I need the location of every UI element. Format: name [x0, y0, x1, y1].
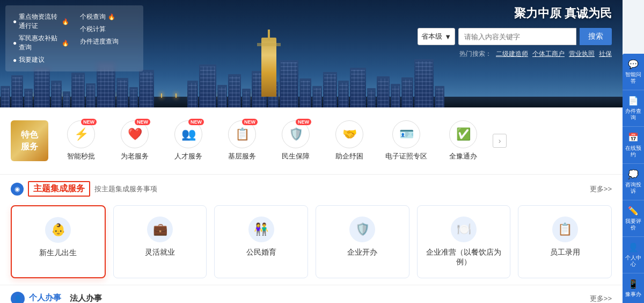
link-text: 我要建议: [19, 55, 45, 64]
service-icon-circle-2: 👥 NEW: [174, 120, 202, 148]
restaurant-icon: 🍽️: [457, 222, 471, 236]
list-item[interactable]: 个税计算: [80, 23, 136, 35]
building: [187, 81, 198, 107]
theme-card-icon-1: 💼: [147, 217, 173, 242]
bullet-icon: ●: [13, 39, 17, 47]
service-badge-0: NEW: [81, 119, 97, 125]
search-button[interactable]: 搜索: [580, 28, 612, 45]
list-item[interactable]: ● 军民惠农补贴查询 🔥: [13, 32, 69, 54]
service-name-6: 电子证照专区: [385, 152, 427, 161]
shield-icon: 🛡️: [355, 222, 370, 236]
service-items-list: ⚡ NEW 智能秒批 ❤️ NEW 为老服务 👥: [57, 116, 612, 165]
building: [51, 81, 62, 107]
bullet-icon: ●: [13, 18, 17, 25]
service-icon-6: 🪪: [399, 127, 414, 141]
service-name-5: 助企纾困: [335, 152, 363, 161]
staff-icon: 📋: [558, 222, 572, 236]
theme-card-5[interactable]: 📋 员工录用: [518, 205, 612, 278]
theme-card-icon-5: 📋: [552, 217, 578, 242]
building: [242, 89, 251, 107]
theme-card-3[interactable]: 🛡️ 企业开办: [316, 205, 409, 278]
service-icon-circle-7: ✅: [449, 120, 477, 148]
sidebar-label-query: 办件查询: [625, 108, 642, 121]
theme-card-2[interactable]: 👫 公民婚育: [214, 205, 308, 278]
scope-label: 省本级: [421, 32, 442, 41]
tab-personal[interactable]: 个人办事: [29, 293, 61, 304]
service-name-3: 基层服务: [228, 152, 256, 161]
theme-card-1[interactable]: 💼 灵活就业: [113, 205, 207, 278]
service-item-6[interactable]: 🪪 电子证照专区: [379, 116, 434, 165]
service-item-5[interactable]: 🤝 助企纾困: [325, 116, 374, 165]
arrow-icon: ›: [499, 136, 501, 145]
search-input[interactable]: [458, 28, 576, 45]
service-badge-2: NEW: [188, 119, 204, 125]
service-icon-0: ⚡: [74, 127, 89, 141]
sidebar-item-app[interactable]: 📱 豫事办: [623, 273, 644, 303]
service-name-0: 智能秒批: [67, 152, 95, 161]
sidebar-label-personal: 个人中心: [625, 255, 642, 268]
service-item-1[interactable]: ❤️ NEW 为老服务: [111, 116, 159, 165]
mobile-icon: 📱: [628, 279, 639, 289]
sidebar-label-appointment: 在线预约: [625, 145, 642, 158]
search-scope-select[interactable]: 省本级 ▼: [418, 28, 455, 45]
service-item-2[interactable]: 👥 NEW 人才服务: [164, 116, 213, 165]
hero-slogan: 聚力中原 真诚为民: [418, 5, 612, 21]
building: [299, 78, 311, 107]
theme-card-name-3: 企业开办: [347, 248, 377, 257]
service-item-7[interactable]: ✅ 全豫通办: [439, 116, 487, 165]
hot-tag-2[interactable]: 营业执照: [569, 49, 595, 59]
building: [199, 64, 216, 107]
tab-legal[interactable]: 法人办事: [70, 293, 102, 304]
sidebar-item-review[interactable]: ✏️ 我要评价: [623, 200, 644, 237]
theme-card-name-1: 灵活就业: [145, 248, 175, 257]
right-sidebar: 💬 智能问答 📄 办件查询 📅 在线预约 💭 咨询投诉 ✏️ 我要评价 👤 个人…: [623, 54, 644, 303]
baby-icon: 👶: [51, 223, 65, 237]
sidebar-item-appointment[interactable]: 📅 在线预约: [623, 127, 644, 163]
list-item[interactable]: ● 重点物资流转通行证 🔥: [13, 11, 69, 32]
featured-label-text: 特色 服务: [21, 130, 38, 151]
service-item-4[interactable]: 🛡️ NEW 民生保障: [272, 116, 320, 165]
sidebar-item-complaint[interactable]: 💭 咨询投诉: [623, 164, 644, 200]
link-text: 军民惠农补贴查询: [19, 34, 59, 52]
building: [217, 85, 227, 107]
service-item-3[interactable]: 📋 NEW 基层服务: [218, 116, 266, 165]
building: [391, 84, 400, 107]
service-badge-3: NEW: [242, 119, 258, 125]
fire-icon: 🔥: [108, 13, 115, 20]
service-name-4: 民生保障: [282, 152, 310, 161]
hot-tag-3[interactable]: 社保: [599, 49, 612, 59]
building: [24, 89, 33, 107]
bottom-more-link[interactable]: 更多>>: [590, 294, 612, 303]
building: [129, 87, 138, 107]
sidebar-item-query[interactable]: 📄 办件查询: [623, 90, 644, 127]
service-icon-1: ❤️: [128, 127, 142, 141]
theme-card-0[interactable]: 👶 新生儿出生: [11, 205, 106, 278]
featured-label: 特色 服务: [11, 120, 48, 162]
sidebar-item-ai-qa[interactable]: 💬 智能问答: [623, 54, 644, 90]
sidebar-item-personal-center[interactable]: 👤 个人中心: [623, 237, 644, 273]
service-icon-circle-3: 📋 NEW: [228, 120, 256, 148]
theme-card-4[interactable]: 🍽️ 企业准营（以餐饮店为例）: [417, 205, 511, 278]
list-item[interactable]: 个税查询 🔥: [80, 11, 136, 23]
theme-card-icon-4: 🍽️: [451, 217, 477, 242]
user-icon: 👤: [628, 242, 639, 252]
theme-services-section: ◉ 主题集成服务 按主题集成服务事项 更多>> 👶 新生儿出生 💼: [0, 175, 623, 285]
fire-icon: 🔥: [62, 40, 69, 47]
building: [377, 76, 390, 107]
list-item[interactable]: 办件进度查询: [80, 35, 136, 48]
theme-more-link[interactable]: 更多>>: [590, 184, 612, 194]
sidebar-label-app: 豫事办: [625, 291, 641, 298]
hot-tag-0[interactable]: 二级建造师: [496, 49, 528, 59]
pen-icon: ✏️: [628, 206, 639, 216]
service-next-arrow[interactable]: ›: [493, 134, 507, 148]
service-icon-circle-6: 🪪: [392, 120, 420, 148]
theme-title[interactable]: 主题集成服务: [28, 181, 90, 197]
hot-tag-1[interactable]: 个体工商户: [532, 49, 565, 59]
compass-icon: ◉: [14, 185, 20, 193]
list-item[interactable]: ● 我要建议: [13, 54, 69, 66]
building: [350, 68, 366, 107]
search-bar: 省本级 ▼ 搜索: [418, 28, 612, 45]
scope-arrow-icon: ▼: [444, 33, 451, 41]
service-icon-3: 📋: [235, 127, 250, 141]
service-item-0[interactable]: ⚡ NEW 智能秒批: [57, 116, 105, 165]
